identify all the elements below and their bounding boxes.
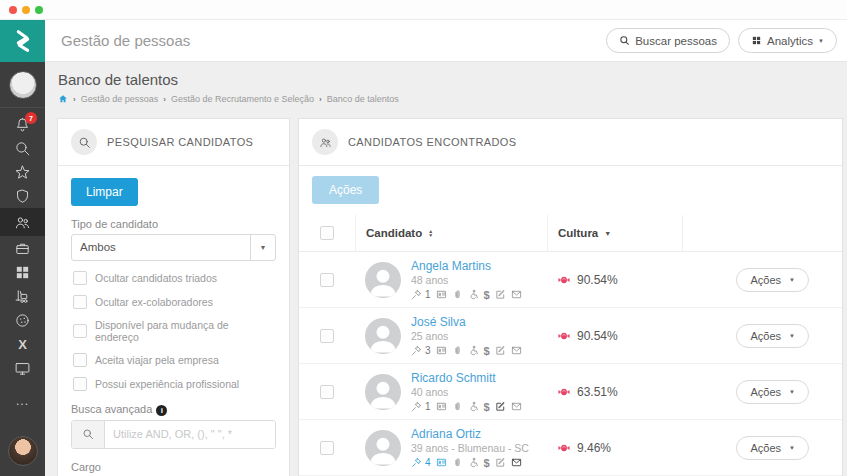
pin-icon[interactable] xyxy=(411,457,422,468)
checkbox[interactable] xyxy=(73,295,87,309)
candidate-details: 25 anos xyxy=(411,329,522,343)
user-profile-photo[interactable] xyxy=(8,436,38,466)
main-content: Banco de talentos › Gestão de pessoas › … xyxy=(45,62,847,476)
application-window: Gestão de pessoas Buscar pessoas Analyti… xyxy=(0,0,847,476)
close-window-button[interactable] xyxy=(9,6,17,14)
sidebar-item-search[interactable] xyxy=(0,136,45,160)
checkbox[interactable] xyxy=(73,377,87,391)
row-actions-button[interactable]: Ações▼ xyxy=(736,268,809,292)
candidate-type-select[interactable]: Ambos ▼ xyxy=(71,234,276,261)
resume-card-icon[interactable] xyxy=(436,457,447,468)
search-icon xyxy=(14,140,31,157)
salary-icon[interactable]: $ xyxy=(484,457,490,469)
sidebar-item-recruitment-active[interactable] xyxy=(0,208,45,236)
home-icon[interactable] xyxy=(58,94,68,104)
breadcrumb-item[interactable]: Gestão de pessoas xyxy=(81,94,159,104)
buscar-pessoas-button[interactable]: Buscar pessoas xyxy=(606,28,730,53)
checkbox[interactable] xyxy=(73,271,87,285)
candidate-name-link[interactable]: Ricardo Schmitt xyxy=(411,371,522,385)
culture-percent: 90.54% xyxy=(577,329,618,343)
sidebar-item-display[interactable] xyxy=(0,356,45,380)
edit-icon[interactable] xyxy=(495,401,506,412)
sidebar-more-button[interactable]: ... xyxy=(16,394,29,408)
salary-icon[interactable]: $ xyxy=(484,289,490,301)
candidate-name-link[interactable]: Adriana Ortiz xyxy=(411,427,529,441)
maximize-window-button[interactable] xyxy=(35,6,43,14)
edit-icon[interactable] xyxy=(495,457,506,468)
company-avatar[interactable] xyxy=(9,71,37,99)
checkbox-hide-screened[interactable]: Ocultar candidatos triados xyxy=(73,271,274,285)
sort-icon[interactable]: ▲▼ xyxy=(428,229,433,237)
page-title: Banco de talentos xyxy=(58,71,847,88)
email-icon[interactable] xyxy=(511,345,522,356)
sidebar-item-logistics[interactable] xyxy=(0,284,45,308)
candidate-name-link[interactable]: Angela Martins xyxy=(411,259,522,273)
search-submit-button[interactable] xyxy=(72,421,105,448)
sidebar-item-security[interactable] xyxy=(0,184,45,208)
row-checkbox[interactable] xyxy=(320,273,334,287)
accessibility-icon[interactable] xyxy=(468,401,479,412)
analytics-button[interactable]: Analytics ▼ xyxy=(738,28,837,53)
checkbox[interactable] xyxy=(73,324,87,338)
culture-fit-icon xyxy=(557,273,571,287)
select-all-checkbox[interactable] xyxy=(320,226,334,240)
attachment-icon[interactable] xyxy=(452,345,463,356)
row-checkbox[interactable] xyxy=(320,441,334,455)
resume-card-icon[interactable] xyxy=(436,401,447,412)
sidebar-item-themes[interactable] xyxy=(0,308,45,332)
search-panel-title: PESQUISAR CANDIDATOS xyxy=(107,136,253,148)
candidate-name-link[interactable]: José Silva xyxy=(411,315,522,329)
row-checkbox[interactable] xyxy=(320,385,334,399)
accessibility-icon[interactable] xyxy=(468,289,479,300)
attachment-icon[interactable] xyxy=(452,457,463,468)
edit-icon[interactable] xyxy=(495,289,506,300)
email-icon[interactable] xyxy=(511,289,522,300)
resume-card-icon[interactable] xyxy=(436,289,447,300)
candidate-details: 48 anos xyxy=(411,273,522,287)
breadcrumb-item[interactable]: Gestão de Recrutamento e Seleção xyxy=(171,94,314,104)
attachment-icon[interactable] xyxy=(452,289,463,300)
resume-card-icon[interactable] xyxy=(436,345,447,356)
edit-icon[interactable] xyxy=(495,345,506,356)
column-header-candidato[interactable]: Candidato ▲▼ xyxy=(355,215,547,251)
sidebar-item-close[interactable]: X xyxy=(0,332,45,356)
pin-icon[interactable] xyxy=(411,401,422,412)
culture-percent: 63.51% xyxy=(577,385,618,399)
page-header: Banco de talentos › Gestão de pessoas › … xyxy=(45,62,847,114)
attachment-icon[interactable] xyxy=(452,401,463,412)
sidebar-item-jobs[interactable] xyxy=(0,236,45,260)
sidebar-item-apps[interactable] xyxy=(0,260,45,284)
sidebar-item-favorites[interactable] xyxy=(0,160,45,184)
info-icon[interactable]: i xyxy=(156,405,167,416)
clear-filters-button[interactable]: Limpar xyxy=(71,178,138,206)
row-actions-button[interactable]: Ações▼ xyxy=(736,380,809,404)
accessibility-icon[interactable] xyxy=(468,457,479,468)
pin-icon[interactable] xyxy=(411,345,422,356)
salary-icon[interactable]: $ xyxy=(484,345,490,357)
sidebar-item-notifications[interactable]: 7 xyxy=(0,112,45,136)
grid-icon xyxy=(14,264,31,281)
breadcrumb-item[interactable]: Banco de talentos xyxy=(327,94,399,104)
checkbox-hide-former-employees[interactable]: Ocultar ex-colaboradores xyxy=(73,295,274,309)
pin-icon[interactable] xyxy=(411,289,422,300)
email-icon[interactable] xyxy=(511,457,522,468)
culture-percent: 90.54% xyxy=(577,273,618,287)
bulk-actions-button[interactable]: Ações xyxy=(312,176,379,204)
checkbox-available-relocation[interactable]: Disponível para mudança de endereço xyxy=(73,319,274,343)
column-header-cultura[interactable]: Cultura ▼ xyxy=(547,215,682,251)
checkbox-accepts-travel[interactable]: Aceita viajar pela empresa xyxy=(73,353,274,367)
sidebar: 7 X ... xyxy=(0,62,45,476)
row-actions-button[interactable]: Ações▼ xyxy=(736,324,809,348)
checkbox[interactable] xyxy=(73,353,87,367)
salary-icon[interactable]: $ xyxy=(484,401,490,413)
advanced-search-input[interactable] xyxy=(105,421,275,448)
brand-logo[interactable] xyxy=(0,20,45,62)
row-checkbox[interactable] xyxy=(320,329,334,343)
email-icon[interactable] xyxy=(511,401,522,412)
row-actions-button[interactable]: Ações▼ xyxy=(736,436,809,460)
candidate-details: 40 anos xyxy=(411,385,522,399)
search-icon xyxy=(82,428,94,440)
accessibility-icon[interactable] xyxy=(468,345,479,356)
checkbox-has-experience[interactable]: Possui experiência profissional xyxy=(73,377,274,391)
minimize-window-button[interactable] xyxy=(22,6,30,14)
